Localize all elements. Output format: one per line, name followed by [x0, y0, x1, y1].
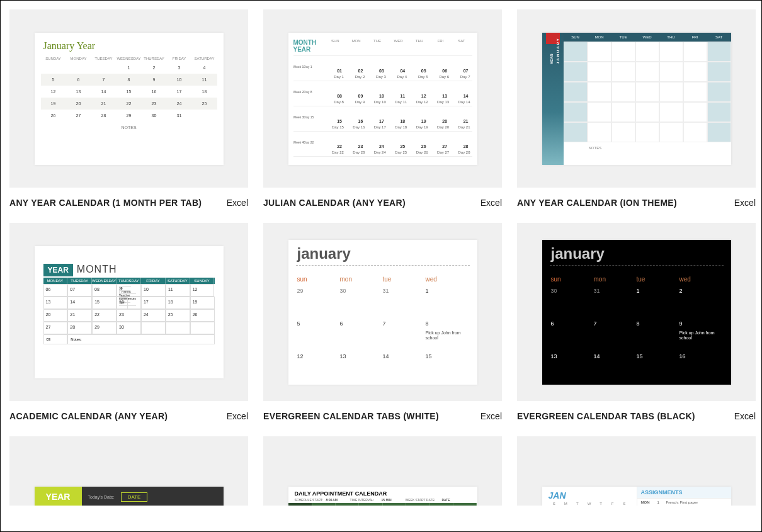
template-card-horizontal[interactable]: YEAR Today's Date:DATE Enter calendar ye… [9, 436, 248, 506]
template-app: Excel [734, 198, 756, 208]
template-app: Excel [227, 198, 248, 208]
template-title: EVERGREEN CALENDAR TABS (WHITE) [263, 411, 439, 421]
template-card-ion[interactable]: YEARJANUARY SUNMONTUEWEDTHUFRISAT NOTES [517, 9, 756, 208]
template-card-daily-appointment[interactable]: DAILY APPOINTMENT CALENDAR SCHEDULE STAR… [263, 436, 502, 506]
template-card-evergreen-black[interactable]: january sunmontuewed 303112 6789Pick up … [517, 223, 756, 421]
template-card-julian[interactable]: MONTHYEAR SUNMONTUEWEDTHUFRISAT Week 1Da… [263, 9, 502, 208]
template-title: JULIAN CALENDAR (ANY YEAR) [263, 198, 406, 208]
template-app: Excel [227, 411, 248, 421]
template-card-any-year[interactable]: January Year SUNDAY MONDAY TUESDAY WEDNE… [9, 9, 248, 208]
template-card-assignments[interactable]: JAN SMTWTFS 123456 6789101112 1314151617… [517, 436, 756, 506]
template-grid: January Year SUNDAY MONDAY TUESDAY WEDNE… [1, 1, 761, 514]
template-title: ACADEMIC CALENDAR (ANY YEAR) [9, 411, 168, 421]
template-app: Excel [734, 411, 756, 421]
thumb-canvas: January Year SUNDAY MONDAY TUESDAY WEDNE… [35, 33, 224, 165]
template-thumbnail: JAN SMTWTFS 123456 6789101112 1314151617… [517, 436, 756, 506]
preview-month-title: January Year [43, 40, 224, 52]
template-thumbnail: january sunmontuewed 2930311 5678Pick up… [263, 223, 502, 401]
template-title: ANY YEAR CALENDAR (ION THEME) [517, 198, 677, 208]
template-app: Excel [481, 198, 502, 208]
template-title: ANY YEAR CALENDAR (1 MONTH PER TAB) [9, 198, 202, 208]
template-card-evergreen-white[interactable]: january sunmontuewed 2930311 5678Pick up… [263, 223, 502, 421]
template-thumbnail: january sunmontuewed 303112 6789Pick up … [517, 223, 756, 401]
template-thumbnail: YEAR Today's Date:DATE Enter calendar ye… [9, 436, 248, 506]
template-app: Excel [481, 411, 502, 421]
template-thumbnail: DAILY APPOINTMENT CALENDAR SCHEDULE STAR… [263, 436, 502, 506]
template-thumbnail: MONTHYEAR SUNMONTUEWEDTHUFRISAT Week 1Da… [263, 9, 502, 188]
template-title: EVERGREEN CALENDAR TABS (BLACK) [517, 411, 695, 421]
template-thumbnail: January Year SUNDAY MONDAY TUESDAY WEDNE… [9, 9, 248, 188]
template-thumbnail: YEARJANUARY SUNMONTUEWEDTHUFRISAT NOTES [517, 9, 756, 188]
template-card-academic[interactable]: YEARMONTH MONDAYTUESDAYWEDNESDAYTHURSDAY… [9, 223, 248, 421]
template-thumbnail: YEARMONTH MONDAYTUESDAYWEDNESDAYTHURSDAY… [9, 223, 248, 401]
